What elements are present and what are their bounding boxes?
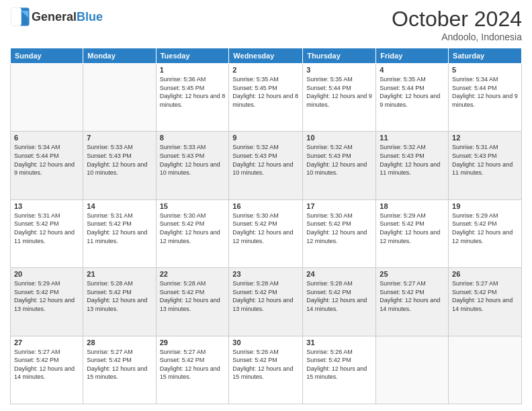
day-info: Sunrise: 5:27 AM Sunset: 5:42 PM Dayligh… xyxy=(452,279,518,313)
day-number: 16 xyxy=(232,202,299,210)
day-info: Sunrise: 5:27 AM Sunset: 5:42 PM Dayligh… xyxy=(14,348,79,381)
calendar-cell: 12Sunrise: 5:31 AM Sunset: 5:43 PM Dayli… xyxy=(449,132,522,199)
logo: GeneralBlue xyxy=(10,7,103,27)
day-number: 25 xyxy=(380,270,445,278)
day-info: Sunrise: 5:32 AM Sunset: 5:43 PM Dayligh… xyxy=(380,143,445,177)
day-info: Sunrise: 5:35 AM Sunset: 5:44 PM Dayligh… xyxy=(306,75,372,109)
calendar-cell: 2Sunrise: 5:35 AM Sunset: 5:45 PM Daylig… xyxy=(229,64,303,132)
day-info: Sunrise: 5:28 AM Sunset: 5:42 PM Dayligh… xyxy=(306,279,372,313)
calendar-cell: 8Sunrise: 5:33 AM Sunset: 5:43 PM Daylig… xyxy=(156,132,229,199)
day-info: Sunrise: 5:28 AM Sunset: 5:42 PM Dayligh… xyxy=(160,279,226,313)
calendar-cell: 14Sunrise: 5:31 AM Sunset: 5:42 PM Dayli… xyxy=(83,199,156,267)
day-number: 2 xyxy=(232,66,299,74)
day-info: Sunrise: 5:27 AM Sunset: 5:42 PM Dayligh… xyxy=(87,348,152,381)
calendar-cell: 30Sunrise: 5:26 AM Sunset: 5:42 PM Dayli… xyxy=(229,336,303,404)
day-info: Sunrise: 5:30 AM Sunset: 5:42 PM Dayligh… xyxy=(306,212,372,245)
day-number: 12 xyxy=(452,134,518,142)
day-number: 23 xyxy=(232,270,299,278)
calendar-cell: 17Sunrise: 5:30 AM Sunset: 5:42 PM Dayli… xyxy=(303,199,376,267)
calendar-cell: 11Sunrise: 5:32 AM Sunset: 5:43 PM Dayli… xyxy=(376,132,449,199)
column-header-monday: Monday xyxy=(83,48,156,64)
day-number: 26 xyxy=(452,270,518,278)
day-number: 14 xyxy=(87,202,152,210)
logo-blue-text: Blue xyxy=(77,10,103,24)
calendar-cell: 29Sunrise: 5:27 AM Sunset: 5:42 PM Dayli… xyxy=(156,336,229,404)
day-number: 7 xyxy=(87,134,152,142)
day-number: 8 xyxy=(160,134,226,142)
day-number: 15 xyxy=(160,202,226,210)
column-header-saturday: Saturday xyxy=(449,48,522,64)
column-header-friday: Friday xyxy=(376,48,449,64)
column-header-tuesday: Tuesday xyxy=(156,48,229,64)
day-info: Sunrise: 5:36 AM Sunset: 5:45 PM Dayligh… xyxy=(160,75,226,109)
day-number: 6 xyxy=(14,134,79,142)
day-number: 17 xyxy=(306,202,372,210)
day-info: Sunrise: 5:30 AM Sunset: 5:42 PM Dayligh… xyxy=(232,212,299,245)
calendar-cell: 13Sunrise: 5:31 AM Sunset: 5:42 PM Dayli… xyxy=(11,199,83,267)
day-number: 9 xyxy=(232,134,299,142)
calendar-cell: 24Sunrise: 5:28 AM Sunset: 5:42 PM Dayli… xyxy=(303,268,376,336)
title-section: October 2024 Andoolo, Indonesia xyxy=(392,7,522,42)
calendar-cell: 20Sunrise: 5:29 AM Sunset: 5:42 PM Dayli… xyxy=(11,268,83,336)
day-info: Sunrise: 5:26 AM Sunset: 5:42 PM Dayligh… xyxy=(232,348,299,381)
location-title: Andoolo, Indonesia xyxy=(392,32,522,42)
day-number: 20 xyxy=(14,270,79,278)
header: GeneralBlue October 2024 Andoolo, Indone… xyxy=(10,7,522,42)
logo-text: GeneralBlue xyxy=(32,10,103,24)
day-number: 18 xyxy=(380,202,445,210)
calendar-cell: 9Sunrise: 5:32 AM Sunset: 5:43 PM Daylig… xyxy=(229,132,303,199)
column-header-thursday: Thursday xyxy=(303,48,376,64)
calendar-cell: 21Sunrise: 5:28 AM Sunset: 5:42 PM Dayli… xyxy=(83,268,156,336)
calendar-cell xyxy=(449,336,522,404)
calendar-cell: 25Sunrise: 5:27 AM Sunset: 5:42 PM Dayli… xyxy=(376,268,449,336)
calendar-cell: 10Sunrise: 5:32 AM Sunset: 5:43 PM Dayli… xyxy=(303,132,376,199)
day-info: Sunrise: 5:35 AM Sunset: 5:44 PM Dayligh… xyxy=(380,75,445,109)
calendar-cell: 4Sunrise: 5:35 AM Sunset: 5:44 PM Daylig… xyxy=(376,64,449,132)
column-header-wednesday: Wednesday xyxy=(229,48,303,64)
calendar-cell: 3Sunrise: 5:35 AM Sunset: 5:44 PM Daylig… xyxy=(303,64,376,132)
day-number: 27 xyxy=(14,338,79,347)
day-info: Sunrise: 5:31 AM Sunset: 5:43 PM Dayligh… xyxy=(452,143,518,177)
calendar-week-row: 1Sunrise: 5:36 AM Sunset: 5:45 PM Daylig… xyxy=(11,64,522,132)
day-number: 22 xyxy=(160,270,226,278)
day-info: Sunrise: 5:33 AM Sunset: 5:43 PM Dayligh… xyxy=(160,143,226,177)
column-header-sunday: Sunday xyxy=(11,48,83,64)
day-number: 30 xyxy=(232,338,299,347)
day-number: 10 xyxy=(306,134,372,142)
day-number: 31 xyxy=(306,338,372,347)
calendar-cell: 6Sunrise: 5:34 AM Sunset: 5:44 PM Daylig… xyxy=(11,132,83,199)
calendar-week-row: 6Sunrise: 5:34 AM Sunset: 5:44 PM Daylig… xyxy=(11,132,522,199)
day-number: 4 xyxy=(380,66,445,74)
calendar-cell: 27Sunrise: 5:27 AM Sunset: 5:42 PM Dayli… xyxy=(11,336,83,404)
calendar-cell: 31Sunrise: 5:26 AM Sunset: 5:42 PM Dayli… xyxy=(303,336,376,404)
calendar-cell: 15Sunrise: 5:30 AM Sunset: 5:42 PM Dayli… xyxy=(156,199,229,267)
day-info: Sunrise: 5:34 AM Sunset: 5:44 PM Dayligh… xyxy=(452,75,518,109)
day-number: 1 xyxy=(160,66,226,74)
calendar-cell: 5Sunrise: 5:34 AM Sunset: 5:44 PM Daylig… xyxy=(449,64,522,132)
logo-general-text: General xyxy=(32,10,77,24)
calendar-cell: 23Sunrise: 5:28 AM Sunset: 5:42 PM Dayli… xyxy=(229,268,303,336)
day-info: Sunrise: 5:29 AM Sunset: 5:42 PM Dayligh… xyxy=(14,279,79,313)
calendar: SundayMondayTuesdayWednesdayThursdayFrid… xyxy=(10,48,522,404)
calendar-cell: 1Sunrise: 5:36 AM Sunset: 5:45 PM Daylig… xyxy=(156,64,229,132)
day-info: Sunrise: 5:28 AM Sunset: 5:42 PM Dayligh… xyxy=(87,279,152,313)
day-number: 11 xyxy=(380,134,445,142)
day-info: Sunrise: 5:30 AM Sunset: 5:42 PM Dayligh… xyxy=(160,212,226,245)
day-info: Sunrise: 5:31 AM Sunset: 5:42 PM Dayligh… xyxy=(87,212,152,245)
day-number: 3 xyxy=(306,66,372,74)
day-info: Sunrise: 5:29 AM Sunset: 5:42 PM Dayligh… xyxy=(380,212,445,245)
day-info: Sunrise: 5:32 AM Sunset: 5:43 PM Dayligh… xyxy=(306,143,372,177)
calendar-cell xyxy=(11,64,83,132)
calendar-cell: 28Sunrise: 5:27 AM Sunset: 5:42 PM Dayli… xyxy=(83,336,156,404)
calendar-cell: 18Sunrise: 5:29 AM Sunset: 5:42 PM Dayli… xyxy=(376,199,449,267)
calendar-cell xyxy=(83,64,156,132)
calendar-week-row: 20Sunrise: 5:29 AM Sunset: 5:42 PM Dayli… xyxy=(11,268,522,336)
calendar-header-row: SundayMondayTuesdayWednesdayThursdayFrid… xyxy=(11,48,522,64)
month-title: October 2024 xyxy=(392,7,522,32)
day-number: 5 xyxy=(452,66,518,74)
calendar-cell: 7Sunrise: 5:33 AM Sunset: 5:43 PM Daylig… xyxy=(83,132,156,199)
calendar-week-row: 27Sunrise: 5:27 AM Sunset: 5:42 PM Dayli… xyxy=(11,336,522,404)
day-info: Sunrise: 5:32 AM Sunset: 5:43 PM Dayligh… xyxy=(232,143,299,177)
day-info: Sunrise: 5:28 AM Sunset: 5:42 PM Dayligh… xyxy=(232,279,299,313)
day-info: Sunrise: 5:29 AM Sunset: 5:42 PM Dayligh… xyxy=(452,212,518,245)
